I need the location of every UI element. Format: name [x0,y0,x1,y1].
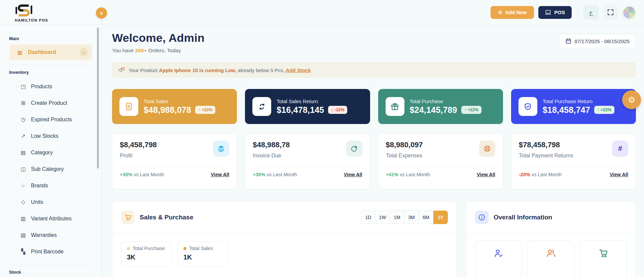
delta-note: +35% vs Last Month [253,172,297,177]
delta-note: +41% vs Last Month [386,172,430,177]
divider [519,166,628,166]
sidebar-section-stock: Stock [9,270,101,275]
sidebar-item-print-barcode[interactable]: ▚ Print Barcode [0,243,101,260]
delta-suffix: vs Last Month [398,172,430,177]
lifebuoy-icon [479,141,495,157]
language-button[interactable]: ع [583,5,599,20]
stat-value: $24,145,789 [410,105,457,115]
brand-logo-icon [15,3,101,18]
stat-badge: ↑ +22% [195,106,215,114]
sidebar-item-brands[interactable]: ♤ Brands [0,177,101,194]
box-icon: ◇ [20,199,27,205]
sidebar-item-label: Warranties [31,232,57,238]
orders-summary-prefix: You have [112,48,135,53]
badge-text: +22% [202,107,212,112]
legend-label: Total Purchase [133,246,165,251]
arrow-up-icon: ↑ [464,107,466,112]
sidebar-item-sub-category[interactable]: ◫ Sub Category [0,161,101,177]
logo[interactable]: HAMILTON POS [0,0,101,25]
sidebar-item-low-stocks[interactable]: ↗ Low Stocks [0,128,101,144]
delta-suffix: vs Last Month [265,172,297,177]
range-1d-button[interactable]: 1D [361,211,375,224]
view-all-link[interactable]: View All [477,172,495,177]
stat-value: $18,458,747 [543,105,590,115]
view-all-link[interactable]: View All [344,172,362,177]
card-value: $78,458,798 [519,141,573,149]
card-label: Profit [120,153,157,159]
stat-badge: ↑ +22% [594,106,614,114]
orders-count: 200+ [135,48,147,53]
sales-invoice-icon [119,97,138,116]
card-label: Total Payment Returns [519,153,573,159]
dashboard-icon: ▦ [16,49,24,56]
users-icon [546,248,556,258]
delta-value: -20% [519,172,530,177]
low-stock-alert: Your Product Apple Iphone 15 is running … [112,62,636,78]
arabic-language-icon: ع [589,9,593,16]
sidebar-item-products[interactable]: ◳ Products [0,78,101,95]
stat-label: Total Sales [144,98,215,104]
legend-value: 1K [183,253,222,261]
purchase-legend-dot [127,247,130,250]
sidebar-item-warranties[interactable]: ▧ Warranties [0,227,101,243]
range-6m-button[interactable]: 6M [419,211,433,224]
sidebar-item-label: Brands [31,183,48,189]
alert-text: Your Product Apple Iphone 15 is running … [129,67,311,73]
gift-icon [386,97,404,116]
theme-settings-button[interactable]: ⚙ [622,90,641,109]
table-plus-icon: ⊞ [20,100,27,106]
card-label: Total Expenses [386,153,423,159]
sidebar-item-label: Variant Attributes [31,216,72,222]
sidebar-scrollbar[interactable] [97,28,99,168]
range-1m-button[interactable]: 1M [390,211,404,224]
add-stock-link[interactable]: Add Stock [286,67,311,73]
fullscreen-button[interactable] [603,5,618,20]
sidebar-item-dashboard[interactable]: ▦ Dashboard › [9,44,92,60]
range-1w-button[interactable]: 1W [375,211,390,224]
orders-summary: You have 200+ Orders, Today [112,48,205,54]
clock-alert-icon: ◷ [20,116,27,123]
sidebar-item-expired-products[interactable]: ◷ Expired Products [0,111,101,128]
card-value: $8,458,798 [120,141,157,149]
pie-chart-icon [346,141,362,157]
stat-badge: ↓ -22% [328,106,347,114]
subcategory-icon: ◫ [20,166,27,172]
range-3m-button[interactable]: 3M [404,211,419,224]
pos-button[interactable]: POS [538,6,572,19]
shield-check-icon [518,97,537,116]
attributes-icon: ▥ [20,215,27,222]
sidebar-item-label: Category [31,150,53,156]
sidebar-item-create-product[interactable]: ⊞ Create Product [0,95,101,111]
shopping-cart-icon [599,248,609,258]
add-new-button[interactable]: ⊕ Add New [491,6,534,19]
badge-text: +22% [601,107,611,112]
sidebar-collapse-button[interactable]: « [96,7,107,19]
sidebar-item-label: Sub Category [31,166,64,172]
suppliers-tile [475,241,522,277]
date-range-picker[interactable]: 07/17/2025 - 08/15/2025 [559,34,636,48]
cart-icon [121,211,135,224]
card-label: Invoice Due [253,153,290,159]
sidebar-item-category[interactable]: ▤ Category [0,144,101,161]
user-avatar[interactable] [622,6,636,19]
list-icon: ▤ [20,149,27,156]
legend-total-sales[interactable]: Total Sales 1K [178,241,228,266]
sidebar-item-label: Expired Products [31,117,72,123]
tag-icon: ♤ [20,182,27,189]
total-payment-returns-card: $78,458,798 Total Payment Returns # -20%… [511,133,636,189]
sidebar-item-units[interactable]: ◇ Units [0,194,101,210]
topbar-divider [577,7,578,18]
card-value: $8,980,097 [386,141,423,149]
stat-value: $48,988,078 [144,105,191,115]
delta-value: +41% [386,172,399,177]
range-1y-button[interactable]: 1Y [433,211,448,224]
brand-name: HAMILTON POS [15,18,101,22]
sidebar-item-variant-attributes[interactable]: ▥ Variant Attributes [0,210,101,227]
stat-label: Total Sales Return [277,98,347,104]
view-all-link[interactable]: View All [610,172,628,177]
date-range-value: 07/17/2025 - 08/15/2025 [575,38,630,44]
arrow-up-icon: ↑ [198,107,200,112]
legend-total-purchase[interactable]: Total Purchase 3K [121,241,172,266]
view-all-link[interactable]: View All [211,172,229,177]
total-sales-return-card: Total Sales Return $16,478,145 ↓ -22% [245,89,370,124]
